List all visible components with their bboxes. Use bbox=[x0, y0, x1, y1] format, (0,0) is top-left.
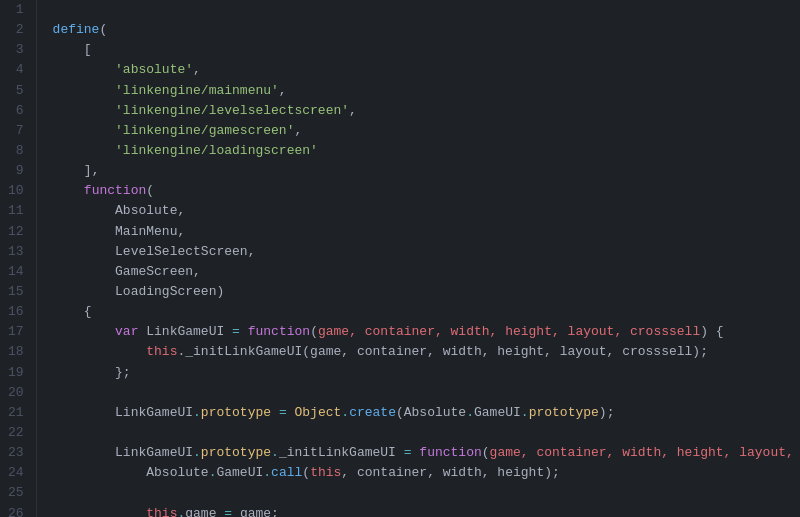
line-num-16: 16 bbox=[8, 302, 24, 322]
line-num-23: 23 bbox=[8, 443, 24, 463]
line-num-17: 17 bbox=[8, 322, 24, 342]
code-line-5: 'linkengine/mainmenu', bbox=[53, 81, 800, 101]
line-num-13: 13 bbox=[8, 242, 24, 262]
line-num-11: 11 bbox=[8, 201, 24, 221]
line-num-20: 20 bbox=[8, 383, 24, 403]
code-line-6: 'linkengine/levelselectscreen', bbox=[53, 101, 800, 121]
line-num-21: 21 bbox=[8, 403, 24, 423]
code-line-11: Absolute, bbox=[53, 201, 800, 221]
code-line-14: GameScreen, bbox=[53, 262, 800, 282]
code-line-24: Absolute.GameUI.call(this, container, wi… bbox=[53, 463, 800, 483]
line-num-25: 25 bbox=[8, 483, 24, 503]
line-num-24: 24 bbox=[8, 463, 24, 483]
line-num-10: 10 bbox=[8, 181, 24, 201]
code-line-20 bbox=[53, 383, 800, 403]
line-numbers: 1 2 3 4 5 6 7 8 9 10 11 12 13 14 15 16 1… bbox=[0, 0, 37, 517]
code-line-7: 'linkengine/gamescreen', bbox=[53, 121, 800, 141]
line-num-9: 9 bbox=[8, 161, 24, 181]
code-line-18: this._initLinkGameUI(game, container, wi… bbox=[53, 342, 800, 362]
code-line-26: this.game = game; bbox=[53, 504, 800, 517]
line-num-3: 3 bbox=[8, 40, 24, 60]
code-line-4: 'absolute', bbox=[53, 60, 800, 80]
line-num-18: 18 bbox=[8, 342, 24, 362]
code-line-17: var LinkGameUI = function(game, containe… bbox=[53, 322, 800, 342]
line-num-2: 2 bbox=[8, 20, 24, 40]
line-num-6: 6 bbox=[8, 101, 24, 121]
code-line-22 bbox=[53, 423, 800, 443]
line-num-15: 15 bbox=[8, 282, 24, 302]
line-num-1: 1 bbox=[8, 0, 24, 20]
code-line-1 bbox=[53, 0, 800, 20]
code-content[interactable]: define( [ 'absolute', 'linkengine/mainme… bbox=[37, 0, 800, 517]
line-num-12: 12 bbox=[8, 222, 24, 242]
line-num-14: 14 bbox=[8, 262, 24, 282]
code-line-8: 'linkengine/loadingscreen' bbox=[53, 141, 800, 161]
code-line-25 bbox=[53, 483, 800, 503]
line-num-4: 4 bbox=[8, 60, 24, 80]
code-line-3: [ bbox=[53, 40, 800, 60]
code-editor: 1 2 3 4 5 6 7 8 9 10 11 12 13 14 15 16 1… bbox=[0, 0, 800, 517]
line-num-7: 7 bbox=[8, 121, 24, 141]
code-line-23: LinkGameUI.prototype._initLinkGameUI = f… bbox=[53, 443, 800, 463]
code-line-16: { bbox=[53, 302, 800, 322]
line-num-19: 19 bbox=[8, 363, 24, 383]
line-num-22: 22 bbox=[8, 423, 24, 443]
line-num-26: 26 bbox=[8, 504, 24, 517]
code-line-15: LoadingScreen) bbox=[53, 282, 800, 302]
code-line-12: MainMenu, bbox=[53, 222, 800, 242]
line-num-5: 5 bbox=[8, 81, 24, 101]
code-line-2: define( bbox=[53, 20, 800, 40]
line-num-8: 8 bbox=[8, 141, 24, 161]
code-line-13: LevelSelectScreen, bbox=[53, 242, 800, 262]
code-line-19: }; bbox=[53, 363, 800, 383]
code-line-21: LinkGameUI.prototype = Object.create(Abs… bbox=[53, 403, 800, 423]
code-line-10: function( bbox=[53, 181, 800, 201]
code-line-9: ], bbox=[53, 161, 800, 181]
